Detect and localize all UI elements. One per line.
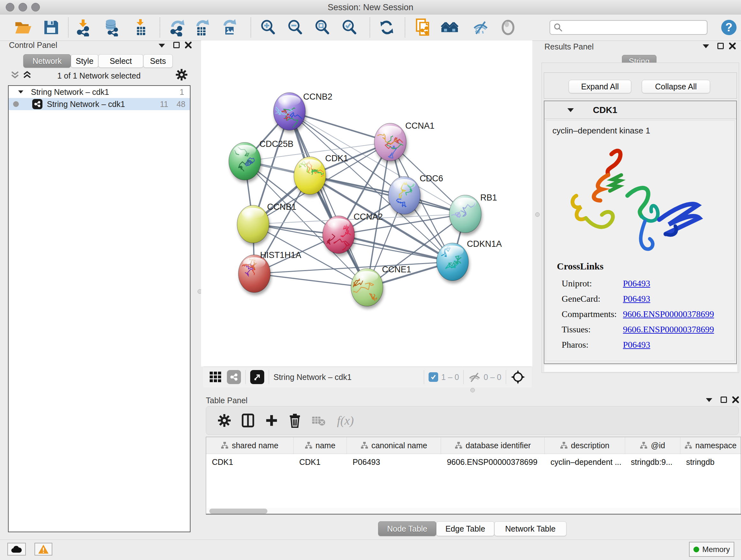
expand-all-button[interactable]: Expand All: [569, 80, 631, 93]
show-columns-icon[interactable]: [241, 413, 255, 428]
column-label: canonical name: [372, 441, 427, 450]
results-panel-float-icon[interactable]: [703, 44, 709, 48]
memory-button[interactable]: Memory: [689, 542, 734, 557]
zoom-in-button[interactable]: [259, 18, 278, 37]
grid-view-icon[interactable]: [209, 370, 222, 384]
eye-orb-icon: [499, 18, 517, 37]
cloud-button[interactable]: [7, 543, 26, 556]
cell-database-identifier: 9606.ENSP00000378699: [441, 454, 544, 470]
crosslink-value[interactable]: P06493: [623, 278, 650, 288]
gene-description: cyclin–dependent kinase 1: [546, 121, 735, 136]
network-node-CDKN1A[interactable]: [436, 243, 468, 281]
network-edge[interactable]: [254, 273, 367, 287]
right-splitter-handle[interactable]: [535, 212, 540, 217]
column-header[interactable]: shared name: [206, 437, 293, 454]
zoom-selected-button[interactable]: [340, 18, 359, 37]
delete-column-icon[interactable]: [288, 413, 301, 428]
gene-section-header[interactable]: CDK1: [544, 101, 736, 119]
hide-glass-eye-button[interactable]: [471, 18, 490, 37]
gene-collapse-icon[interactable]: [567, 108, 574, 112]
selected-checkbox-icon[interactable]: [428, 372, 438, 382]
network-canvas[interactable]: CCNB2CCNA1CDC25BCDK1CDC6RB1CCNB1CCNA2CDK…: [201, 41, 532, 367]
tab-select[interactable]: Select: [98, 54, 143, 68]
show-glass-eye-button[interactable]: [498, 18, 518, 37]
column-header[interactable]: namespace: [680, 437, 741, 454]
tab-edge-table[interactable]: Edge Table: [436, 521, 494, 536]
table-panel-float-icon[interactable]: [706, 398, 712, 402]
import-network-from-database-button[interactable]: [102, 18, 121, 37]
network-node-CDC25B[interactable]: [229, 142, 261, 180]
column-header[interactable]: canonical name: [347, 437, 441, 454]
table-panel-close-icon[interactable]: [732, 396, 739, 403]
results-panel-maximize-icon[interactable]: [718, 43, 724, 49]
scrollbar-thumb[interactable]: [209, 509, 267, 514]
results-panel-close-icon[interactable]: [729, 42, 736, 50]
birds-eye-view-icon[interactable]: [511, 370, 525, 384]
zoom-out-icon: [286, 18, 304, 37]
tab-style[interactable]: Style: [71, 54, 98, 68]
network-collection-row[interactable]: String Network – cdk1 1: [9, 86, 190, 98]
crosslink-value[interactable]: P06493: [623, 294, 650, 304]
network-node-CCNB1[interactable]: [237, 205, 269, 243]
zoom-fit-button[interactable]: [313, 18, 332, 37]
table-horizontal-scrollbar[interactable]: [207, 508, 740, 514]
crosslink-value[interactable]: P06493: [623, 340, 650, 350]
network-node-CCNE1[interactable]: [351, 268, 383, 306]
tab-style-label: Style: [76, 57, 93, 66]
open-session-button[interactable]: [13, 18, 32, 37]
export-table-button[interactable]: [192, 18, 212, 37]
collection-expand-icon[interactable]: [18, 90, 23, 94]
column-header[interactable]: @id: [625, 437, 680, 454]
save-session-button[interactable]: [42, 18, 61, 37]
collapse-all-button[interactable]: Collapse All: [642, 80, 710, 93]
collapse-all-networks-icon[interactable]: [10, 70, 20, 80]
network-options-gear-icon[interactable]: [176, 69, 188, 81]
network-row[interactable]: String Network – cdk1 11 48: [9, 98, 190, 110]
table-row[interactable]: CDK1 CDK1 P06493 9606.ENSP00000378699 cy…: [206, 454, 741, 470]
control-panel-maximize-icon[interactable]: [173, 42, 180, 48]
network-node-CDC6[interactable]: [388, 177, 420, 214]
export-network-button[interactable]: [168, 18, 187, 37]
column-header[interactable]: database identifier: [441, 437, 544, 454]
network-graph[interactable]: CCNB2CCNA1CDC25BCDK1CDC6RB1CCNB1CCNA2CDK…: [201, 41, 532, 367]
crosslink-value[interactable]: 9606.ENSP00000378699: [623, 309, 714, 319]
network-node-HIST1H1A[interactable]: [239, 255, 270, 293]
network-node-RB1[interactable]: [449, 195, 481, 233]
add-column-icon[interactable]: [265, 414, 278, 427]
warnings-button[interactable]: [35, 543, 52, 556]
search-field[interactable]: [549, 20, 708, 35]
string-home-button[interactable]: [440, 18, 459, 37]
search-input[interactable]: [563, 23, 707, 32]
detach-view-icon[interactable]: [250, 370, 264, 384]
results-scroll-track[interactable]: [544, 365, 738, 372]
node-table[interactable]: shared name name canonical name database…: [206, 437, 741, 515]
string-import-button[interactable]: [413, 18, 432, 37]
tab-network[interactable]: Network: [23, 54, 71, 68]
control-panel-close-icon[interactable]: [185, 41, 192, 49]
table-panel-maximize-icon[interactable]: [721, 396, 727, 403]
import-network-button[interactable]: [74, 18, 93, 37]
tab-network-table[interactable]: Network Table: [494, 521, 566, 536]
tab-node-table[interactable]: Node Table: [378, 521, 436, 536]
refresh-button[interactable]: [377, 18, 396, 37]
control-panel-float-icon[interactable]: [158, 44, 165, 48]
table-panel-title: Table Panel: [206, 396, 248, 405]
network-edge[interactable]: [289, 111, 367, 287]
tab-sets[interactable]: Sets: [143, 54, 173, 68]
network-view-share-icon[interactable]: [227, 370, 241, 384]
import-table-button[interactable]: [131, 18, 151, 37]
column-header[interactable]: description: [545, 437, 625, 454]
help-button[interactable]: ?: [720, 18, 738, 38]
export-image-button[interactable]: [219, 18, 239, 37]
export-image-icon: [220, 18, 238, 37]
table-settings-gear-icon[interactable]: [218, 414, 231, 427]
network-node-CDK1[interactable]: [294, 157, 326, 194]
network-node-CCNA1[interactable]: [372, 123, 406, 161]
crosslink-value[interactable]: 9606.ENSP00000378699: [623, 324, 714, 334]
column-header[interactable]: name: [293, 437, 347, 454]
network-node-CCNA2[interactable]: [311, 216, 354, 253]
zoom-out-button[interactable]: [286, 18, 305, 37]
network-node-CCNB2[interactable]: [273, 92, 308, 132]
bottom-splitter-handle[interactable]: [470, 388, 475, 392]
expand-all-networks-icon[interactable]: [22, 70, 32, 80]
